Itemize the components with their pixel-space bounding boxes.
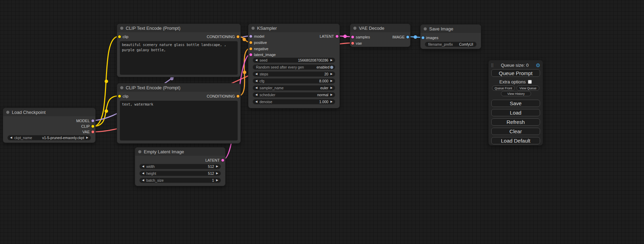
input-dot-negative[interactable] bbox=[249, 47, 253, 51]
input-slot-clip: clip bbox=[117, 93, 129, 99]
input-dot-latent-image[interactable] bbox=[249, 53, 253, 56]
widget-height[interactable]: height 512 bbox=[139, 171, 221, 176]
next-value-arrow-icon[interactable] bbox=[330, 93, 333, 96]
prev-value-arrow-icon[interactable] bbox=[10, 136, 12, 139]
widget-width[interactable]: width 512 bbox=[139, 164, 221, 169]
node-title-bar[interactable]: Save Image bbox=[421, 25, 481, 33]
input-dot-samples[interactable] bbox=[351, 35, 354, 39]
collapse-dot-icon[interactable] bbox=[252, 27, 255, 30]
collapse-dot-icon[interactable] bbox=[353, 27, 356, 30]
node-title-bar[interactable]: VAE Decode bbox=[350, 24, 410, 32]
next-value-arrow-icon[interactable] bbox=[330, 59, 333, 62]
widget-seed[interactable]: seed 156680208700286 bbox=[253, 57, 335, 63]
node-title: VAE Decode bbox=[359, 26, 384, 31]
negative-prompt-textarea[interactable]: text, watermark bbox=[120, 101, 238, 141]
widget-filename-prefix[interactable]: filename_prefix ComfyUI bbox=[425, 42, 477, 47]
extra-options-checkbox[interactable] bbox=[528, 80, 532, 84]
prev-value-arrow-icon[interactable] bbox=[255, 93, 257, 96]
node-clip-text-encode-positive[interactable]: CLIP Text Encode (Prompt) clip CONDITION… bbox=[117, 24, 241, 77]
prev-value-arrow-icon[interactable] bbox=[142, 165, 144, 168]
view-history-button[interactable]: View History bbox=[501, 91, 531, 96]
view-queue-button[interactable]: View Queue bbox=[517, 85, 539, 91]
input-dot-images[interactable] bbox=[421, 36, 425, 39]
save-button[interactable]: Save bbox=[491, 100, 540, 107]
link-midpoint-dot bbox=[343, 35, 347, 38]
clear-button[interactable]: Clear bbox=[491, 128, 540, 135]
node-save-image[interactable]: Save Image images filename_prefix ComfyU… bbox=[420, 24, 481, 49]
widget-scheduler[interactable]: scheduler normal bbox=[253, 92, 335, 98]
extra-options-label: Extra options bbox=[500, 79, 526, 84]
widget-value: 20 bbox=[324, 72, 328, 76]
next-value-arrow-icon[interactable] bbox=[216, 172, 218, 175]
slot-label: model bbox=[254, 34, 264, 38]
slot-label: samples bbox=[356, 35, 370, 39]
input-dot-clip[interactable] bbox=[118, 35, 121, 38]
output-dot-conditioning[interactable] bbox=[236, 94, 240, 98]
node-title-bar[interactable]: KSampler bbox=[248, 24, 339, 32]
toggle-dot[interactable] bbox=[330, 66, 333, 69]
output-dot-conditioning[interactable] bbox=[236, 35, 240, 38]
refresh-button[interactable]: Refresh bbox=[491, 118, 540, 126]
widget-ckpt-name[interactable]: ckpt_name v1-5-pruned-emaonly.ckpt bbox=[7, 135, 91, 141]
slot-label: VAE bbox=[82, 130, 90, 134]
collapse-dot-icon[interactable] bbox=[120, 86, 123, 89]
prev-value-arrow-icon[interactable] bbox=[255, 59, 257, 62]
node-title-bar[interactable]: Load Checkpoint bbox=[3, 108, 95, 116]
next-value-arrow-icon[interactable] bbox=[330, 100, 333, 103]
drag-handle-icon[interactable]: ⣿ bbox=[491, 63, 494, 67]
load-default-button[interactable]: Load Default bbox=[491, 137, 540, 144]
next-value-arrow-icon[interactable] bbox=[216, 165, 218, 168]
node-title-bar[interactable]: CLIP Text Encode (Prompt) bbox=[117, 24, 240, 32]
widget-steps[interactable]: steps 20 bbox=[253, 71, 335, 77]
collapse-dot-icon[interactable] bbox=[6, 111, 9, 114]
node-ksampler[interactable]: KSampler model positive negative latent_… bbox=[248, 24, 340, 108]
node-title-bar[interactable]: CLIP Text Encode (Prompt) bbox=[117, 83, 240, 92]
next-value-arrow-icon[interactable] bbox=[330, 87, 333, 89]
positive-prompt-textarea[interactable]: beautiful scenery nature glass bottle la… bbox=[120, 41, 238, 75]
widget-cfg[interactable]: cfg 8.000 bbox=[253, 78, 335, 84]
slot-label: images bbox=[426, 36, 438, 40]
next-value-arrow-icon[interactable] bbox=[330, 73, 333, 75]
widget-value: ComfyUI bbox=[459, 42, 473, 46]
widget-value: 1 bbox=[212, 178, 214, 182]
output-dot-latent[interactable] bbox=[221, 159, 224, 162]
node-load-checkpoint[interactable]: Load Checkpoint MODEL CLIP VAE ckpt_name… bbox=[3, 108, 96, 143]
link-midpoint-dot bbox=[170, 77, 174, 80]
input-dot-clip[interactable] bbox=[118, 94, 121, 98]
output-dot-vae[interactable] bbox=[91, 130, 95, 134]
output-dot-image[interactable] bbox=[406, 35, 409, 39]
node-empty-latent-image[interactable]: Empty Latent Image LATENT width 512 heig… bbox=[135, 147, 226, 186]
prev-value-arrow-icon[interactable] bbox=[255, 100, 257, 103]
prev-value-arrow-icon[interactable] bbox=[142, 179, 144, 182]
load-button[interactable]: Load bbox=[491, 109, 540, 116]
widget-value: 156680208700286 bbox=[298, 58, 328, 62]
collapse-dot-icon[interactable] bbox=[424, 27, 427, 30]
node-title-bar[interactable]: Empty Latent Image bbox=[135, 147, 225, 156]
collapse-dot-icon[interactable] bbox=[120, 27, 123, 30]
queue-front-button[interactable]: Queue Front bbox=[492, 85, 515, 91]
next-value-arrow-icon[interactable] bbox=[86, 136, 88, 139]
input-slot-samples: samples bbox=[350, 34, 370, 40]
widget-denoise[interactable]: denoise 1.000 bbox=[253, 99, 335, 105]
prev-value-arrow-icon[interactable] bbox=[255, 73, 257, 75]
node-vae-decode[interactable]: VAE Decode samples vae IMAGE bbox=[350, 24, 411, 47]
prev-value-arrow-icon[interactable] bbox=[255, 87, 257, 89]
collapse-dot-icon[interactable] bbox=[138, 150, 141, 153]
output-dot-latent[interactable] bbox=[335, 35, 339, 38]
widget-batch-size[interactable]: batch_size 1 bbox=[139, 178, 221, 183]
next-value-arrow-icon[interactable] bbox=[216, 179, 218, 182]
input-dot-positive[interactable] bbox=[249, 41, 253, 44]
prev-value-arrow-icon[interactable] bbox=[142, 172, 144, 175]
input-dot-model[interactable] bbox=[249, 35, 253, 38]
widget-sampler-name[interactable]: sampler_name euler bbox=[253, 85, 335, 91]
widget-random-seed-toggle[interactable]: Random seed after every gen enabled bbox=[253, 64, 335, 70]
output-dot-clip[interactable] bbox=[91, 125, 95, 128]
node-clip-text-encode-negative[interactable]: CLIP Text Encode (Prompt) clip CONDITION… bbox=[117, 83, 241, 144]
input-dot-vae[interactable] bbox=[351, 42, 354, 45]
output-dot-model[interactable] bbox=[91, 119, 95, 123]
queue-prompt-button[interactable]: Queue Prompt bbox=[491, 69, 540, 77]
settings-gear-icon[interactable]: ⚙ bbox=[536, 63, 540, 68]
queue-small-buttons-row: Queue Front View Queue bbox=[492, 85, 539, 91]
prev-value-arrow-icon[interactable] bbox=[255, 80, 257, 82]
next-value-arrow-icon[interactable] bbox=[330, 80, 333, 82]
